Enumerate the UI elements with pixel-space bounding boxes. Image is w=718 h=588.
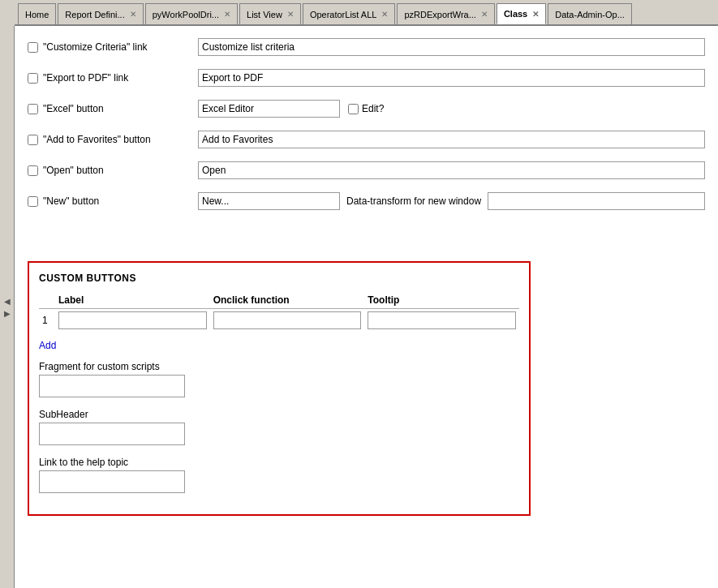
checkbox-open-button[interactable] xyxy=(28,165,38,176)
tab-data-admin-op[interactable]: Data-Admin-Op... xyxy=(548,3,632,24)
tab-label-pzrdexportwra: pzRDExportWra... xyxy=(404,10,475,19)
subheader-label: SubHeader xyxy=(39,409,519,420)
tab-label-home: Home xyxy=(25,10,49,19)
tab-home[interactable]: Home xyxy=(18,3,56,24)
tab-class[interactable]: Class✕ xyxy=(497,3,546,24)
label-new-button[interactable]: "New" button xyxy=(28,195,198,207)
cb-row-num-0: 1 xyxy=(39,309,55,333)
label-text-open-button: "Open" button xyxy=(43,165,104,176)
cb-label-cell-0 xyxy=(55,309,210,333)
help-topic-input[interactable] xyxy=(39,470,185,493)
label-text-export-to-pdf: "Export to PDF" link xyxy=(43,72,128,84)
custom-buttons-title: CUSTOM BUTTONS xyxy=(39,273,519,284)
tab-close-operatorlist-all[interactable]: ✕ xyxy=(381,10,388,19)
tab-close-pzrdexportwra[interactable]: ✕ xyxy=(481,10,488,19)
form-rows-container: "Customize Criteria" link"Export to PDF"… xyxy=(28,36,705,212)
checkbox-export-to-pdf[interactable] xyxy=(28,73,38,84)
form-row-customize-criteria: "Customize Criteria" link xyxy=(28,36,705,58)
cb-tooltip-cell-0 xyxy=(364,309,519,333)
col-onclick-header: Onclick function xyxy=(210,292,365,309)
edit-checkbox-excel-button[interactable] xyxy=(348,104,359,114)
input-new-button[interactable] xyxy=(198,192,340,210)
custom-buttons-table: Label Onclick function Tooltip 1 xyxy=(39,292,519,332)
new-extra-input-new-button[interactable] xyxy=(488,192,705,210)
tab-close-report-defini[interactable]: ✕ xyxy=(130,10,136,19)
checkbox-new-button[interactable] xyxy=(28,196,38,207)
checkbox-excel-button[interactable] xyxy=(28,104,38,114)
custom-buttons-section: CUSTOM BUTTONS Label Onclick function To… xyxy=(28,261,531,516)
fragment-group: Fragment for custom scripts xyxy=(39,361,519,397)
tab-close-pyworkpooldri[interactable]: ✕ xyxy=(224,10,230,19)
tab-list-view[interactable]: List View✕ xyxy=(239,3,301,24)
fragment-label: Fragment for custom scripts xyxy=(39,361,519,372)
label-text-customize-criteria: "Customize Criteria" link xyxy=(43,41,148,53)
checkbox-customize-criteria[interactable] xyxy=(28,42,38,53)
main-content: "Customize Criteria" link"Export to PDF"… xyxy=(15,26,718,588)
help-topic-label: Link to the help topic xyxy=(39,457,519,468)
tab-pzrdexportwra[interactable]: pzRDExportWra...✕ xyxy=(397,3,494,24)
form-row-add-to-favorites: "Add to Favorites" button xyxy=(28,128,705,151)
cb-tooltip-input-0[interactable] xyxy=(368,311,516,329)
help-topic-group: Link to the help topic xyxy=(39,457,519,493)
tab-pyworkpooldri[interactable]: pyWorkPoolDri...✕ xyxy=(145,3,238,24)
side-panel: ◀ ▶ xyxy=(0,26,15,588)
tab-bar: HomeReport Defini...✕pyWorkPoolDri...✕Li… xyxy=(15,0,718,26)
side-arrow-2: ▶ xyxy=(4,309,11,318)
tab-close-class[interactable]: ✕ xyxy=(532,10,539,19)
form-row-excel-button: "Excel" buttonEdit? xyxy=(28,97,705,120)
input-add-to-favorites[interactable] xyxy=(198,131,705,148)
subheader-group: SubHeader xyxy=(39,409,519,445)
input-export-to-pdf[interactable] xyxy=(198,69,705,87)
tab-report-defini[interactable]: Report Defini...✕ xyxy=(58,3,143,24)
form-row-open-button: "Open" button xyxy=(28,159,705,182)
cb-onclick-cell-0 xyxy=(210,309,365,333)
col-label-header: Label xyxy=(55,292,210,309)
input-excel-button[interactable] xyxy=(198,100,340,118)
new-extra-new-button: Data-transform for new window xyxy=(346,192,705,210)
col-tooltip-header: Tooltip xyxy=(364,292,519,309)
tab-label-class: Class xyxy=(504,9,527,19)
label-export-to-pdf[interactable]: "Export to PDF" link xyxy=(28,72,198,84)
tab-operatorlist-all[interactable]: OperatorList ALL✕ xyxy=(303,3,396,24)
side-arrow-1: ◀ xyxy=(4,297,11,306)
label-open-button[interactable]: "Open" button xyxy=(28,165,198,176)
label-add-to-favorites[interactable]: "Add to Favorites" button xyxy=(28,134,198,145)
cb-label-input-0[interactable] xyxy=(58,311,207,329)
checkbox-add-to-favorites[interactable] xyxy=(28,135,38,145)
label-customize-criteria[interactable]: "Customize Criteria" link xyxy=(28,41,198,53)
subheader-input[interactable] xyxy=(39,423,185,445)
tab-close-list-view[interactable]: ✕ xyxy=(287,10,294,19)
add-link[interactable]: Add xyxy=(39,340,56,351)
input-customize-criteria[interactable] xyxy=(198,38,705,56)
form-row-export-to-pdf: "Export to PDF" link xyxy=(28,67,705,89)
col-num-header xyxy=(39,292,55,309)
cb-row-0: 1 xyxy=(39,309,519,333)
fragment-input[interactable] xyxy=(39,375,185,397)
tab-label-data-admin-op: Data-Admin-Op... xyxy=(555,10,625,19)
new-extra-label-new-button: Data-transform for new window xyxy=(346,195,481,207)
tab-label-list-view: List View xyxy=(247,10,282,19)
label-excel-button[interactable]: "Excel" button xyxy=(28,103,198,114)
edit-wrap-excel-button: Edit? xyxy=(348,103,384,114)
tab-label-report-defini: Report Defini... xyxy=(65,10,124,19)
label-text-excel-button: "Excel" button xyxy=(43,103,104,114)
label-text-new-button: "New" button xyxy=(43,195,99,207)
label-text-add-to-favorites: "Add to Favorites" button xyxy=(43,134,151,145)
cb-onclick-input-0[interactable] xyxy=(213,311,362,329)
tab-label-pyworkpooldri: pyWorkPoolDri... xyxy=(153,10,219,19)
form-row-new-button: "New" buttonData-transform for new windo… xyxy=(28,190,705,212)
edit-label-excel-button: Edit? xyxy=(362,103,384,114)
input-open-button[interactable] xyxy=(198,161,705,179)
tab-label-operatorlist-all: OperatorList ALL xyxy=(310,10,377,19)
